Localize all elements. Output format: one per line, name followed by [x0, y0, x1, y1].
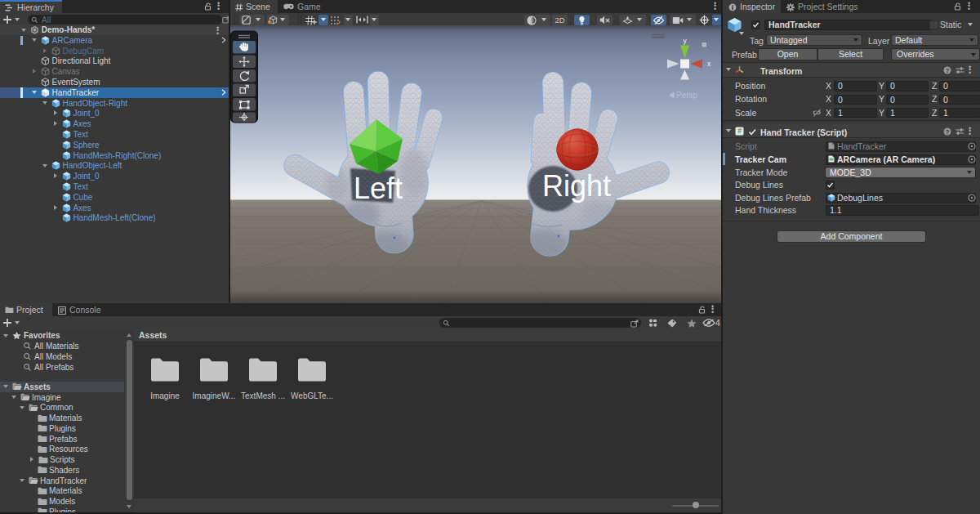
svg-text:Left: Left [354, 172, 403, 205]
svg-text:?: ? [946, 127, 950, 135]
svg-text:?: ? [946, 66, 950, 74]
svg-text:#: # [737, 127, 742, 135]
svg-text:Persp: Persp [676, 91, 698, 100]
svg-text:Right: Right [542, 169, 611, 203]
